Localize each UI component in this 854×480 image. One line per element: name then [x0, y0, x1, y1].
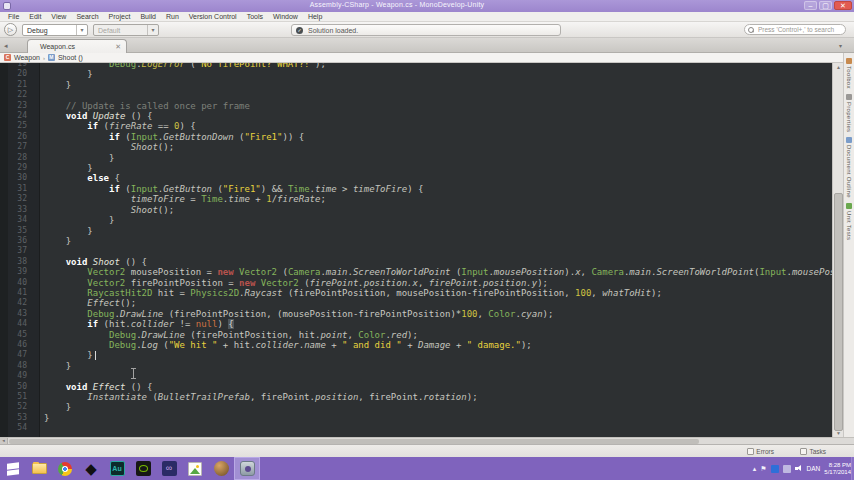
code-line-39[interactable]: 39 Vector2 mousePosition = new Vector2 (…	[0, 267, 832, 277]
editor-vertical-scrollbar[interactable]: ▲ ▼	[832, 63, 843, 437]
taskbar-visual-studio[interactable]: ∞	[156, 457, 182, 480]
code-line-46[interactable]: 46 Debug.Log ("We hit " + hit.collider.n…	[0, 340, 832, 350]
code-line-41[interactable]: 41 RaycastHit2D hit = Physics2D.Raycast …	[0, 288, 832, 298]
taskbar-unity[interactable]: ◆	[78, 457, 104, 480]
taskbar-nvidia[interactable]	[130, 457, 156, 480]
code-line-22[interactable]: 22	[0, 90, 832, 100]
menu-item-version-control[interactable]: Version Control	[184, 13, 242, 20]
code-line-29[interactable]: 29 }	[0, 163, 832, 173]
line-number: 54	[0, 423, 34, 433]
code-line-44[interactable]: 44 if (hit.collider != null) {	[0, 319, 832, 329]
code-line-40[interactable]: 40 Vector2 firePointPosition = new Vecto…	[0, 278, 832, 288]
menu-item-build[interactable]: Build	[135, 13, 161, 20]
tab-weapon-cs[interactable]: Weapon.cs ✕	[27, 39, 127, 53]
code-line-21[interactable]: 21 }	[0, 80, 832, 90]
code-line-54[interactable]: 54	[0, 423, 832, 433]
menu-item-run[interactable]: Run	[161, 13, 184, 20]
code-line-24[interactable]: 24 void Update () {	[0, 111, 832, 121]
code-editor[interactable]: 19 Debug.LogError ("No firePoint? WHAT?!…	[0, 63, 832, 437]
menu-item-file[interactable]: File	[3, 13, 24, 20]
breadcrumb-member[interactable]: Shoot ()	[58, 54, 83, 61]
line-number: 41	[0, 288, 34, 298]
code-line-51[interactable]: 51 Instantiate (BulletTrailPrefab, fireP…	[0, 392, 832, 402]
taskbar-file-explorer[interactable]	[26, 457, 52, 480]
tab-close-icon[interactable]: ✕	[115, 40, 121, 53]
menu-item-search[interactable]: Search	[71, 13, 103, 20]
chevron-down-icon: ▾	[76, 25, 87, 35]
breadcrumb-type[interactable]: Weapon	[14, 54, 40, 61]
code-line-47[interactable]: 47 }	[0, 350, 832, 360]
taskbar-photo-viewer[interactable]	[182, 457, 208, 480]
maximize-button[interactable]: ▢	[819, 1, 832, 10]
code-line-53[interactable]: 53}	[0, 413, 832, 423]
dock-tab-properties[interactable]: Properties	[844, 93, 854, 132]
errors-button[interactable]: Errors	[746, 447, 774, 456]
nvidia-icon	[136, 461, 151, 476]
tab-back-icon[interactable]: ◂	[4, 42, 8, 50]
volume-icon[interactable]	[795, 465, 803, 473]
code-line-36[interactable]: 36 }	[0, 236, 832, 246]
method-icon: M	[48, 54, 55, 61]
code-line-31[interactable]: 31 if (Input.GetButton ("Fire1") && Time…	[0, 184, 832, 194]
line-number: 50	[0, 382, 34, 392]
menu-item-edit[interactable]: Edit	[24, 13, 46, 20]
menu-item-project[interactable]: Project	[104, 13, 136, 20]
toolbar: ▷ Debug ▾ Default ▾ ✓ Solution loaded. P…	[0, 22, 854, 38]
run-configuration-select[interactable]: Debug ▾	[22, 24, 88, 36]
line-number: 42	[0, 298, 34, 308]
code-line-43[interactable]: 43 Debug.DrawLine (firePointPosition, (m…	[0, 309, 832, 319]
code-line-34[interactable]: 34 }	[0, 215, 832, 225]
code-line-45[interactable]: 45 Debug.DrawLine (firePointPosition, hi…	[0, 330, 832, 340]
taskbar-monodevelop[interactable]	[234, 457, 260, 480]
menu-item-view[interactable]: View	[46, 13, 71, 20]
code-line-28[interactable]: 28 }	[0, 153, 832, 163]
dock-tab-toolbox[interactable]: Toolbox	[844, 57, 854, 89]
editor-horizontal-scrollbar[interactable]: ◄	[0, 437, 854, 444]
keyboard-language[interactable]: DAN	[807, 465, 821, 472]
code-line-52[interactable]: 52 }	[0, 402, 832, 412]
code-line-25[interactable]: 25 if (fireRate == 0) {	[0, 121, 832, 131]
tasks-button[interactable]: Tasks	[799, 447, 826, 456]
code-line-26[interactable]: 26 if (Input.GetButtonDown ("Fire1")) {	[0, 132, 832, 142]
code-line-33[interactable]: 33 Shoot();	[0, 205, 832, 215]
line-number: 33	[0, 205, 34, 215]
windows-logo-icon	[7, 462, 19, 475]
code-line-42[interactable]: 42 Effect();	[0, 298, 832, 308]
action-center-flag-icon[interactable]: ⚑	[760, 465, 766, 473]
code-line-37[interactable]: 37	[0, 246, 832, 256]
taskbar-game[interactable]	[208, 457, 234, 480]
network-tray-icon[interactable]	[783, 465, 791, 473]
code-line-23[interactable]: 23 // Update is called once per frame	[0, 101, 832, 111]
taskbar-chrome[interactable]	[52, 457, 78, 480]
global-search-input[interactable]: Press 'Control+,' to search	[744, 24, 846, 35]
dock-tab-document-outline[interactable]: Document Outline	[844, 136, 854, 198]
code-line-20[interactable]: 20 }	[0, 69, 832, 79]
tray-clock[interactable]: 8:28 PM 5/17/2014	[824, 462, 851, 476]
taskbar-audition[interactable]: Au	[104, 457, 130, 480]
tab-overflow-icon[interactable]: ▾	[839, 42, 842, 49]
taskbar-start-button[interactable]	[0, 457, 26, 480]
dock-tab-unit-tests[interactable]: Unit Tests	[844, 202, 854, 240]
code-line-49[interactable]: 49	[0, 371, 832, 381]
minimize-button[interactable]: –	[804, 1, 817, 10]
code-line-32[interactable]: 32 timeToFire = Time.time + 1/fireRate;	[0, 194, 832, 204]
code-line-35[interactable]: 35 }	[0, 226, 832, 236]
menu-item-help[interactable]: Help	[303, 13, 327, 20]
code-line-27[interactable]: 27 Shoot();	[0, 142, 832, 152]
line-number: 38	[0, 257, 34, 267]
run-button[interactable]: ▷	[4, 23, 17, 36]
tray-expand-icon[interactable]: ▴	[753, 465, 757, 473]
code-line-38[interactable]: 38 void Shoot () {	[0, 257, 832, 267]
close-button[interactable]: ✕	[834, 1, 852, 10]
teamviewer-tray-icon[interactable]	[771, 465, 779, 473]
search-placeholder: Press 'Control+,' to search	[758, 26, 834, 33]
code-line-50[interactable]: 50 void Effect () {	[0, 382, 832, 392]
code-line-30[interactable]: 30 else {	[0, 173, 832, 183]
build-configuration-select[interactable]: Default ▾	[93, 24, 159, 36]
menu-item-tools[interactable]: Tools	[242, 13, 268, 20]
folder-icon	[32, 463, 47, 474]
vertical-scroll-thumb[interactable]	[834, 193, 843, 431]
code-line-48[interactable]: 48 }	[0, 361, 832, 371]
menu-item-window[interactable]: Window	[268, 13, 303, 20]
dock-tab-label: Document Outline	[846, 145, 852, 198]
